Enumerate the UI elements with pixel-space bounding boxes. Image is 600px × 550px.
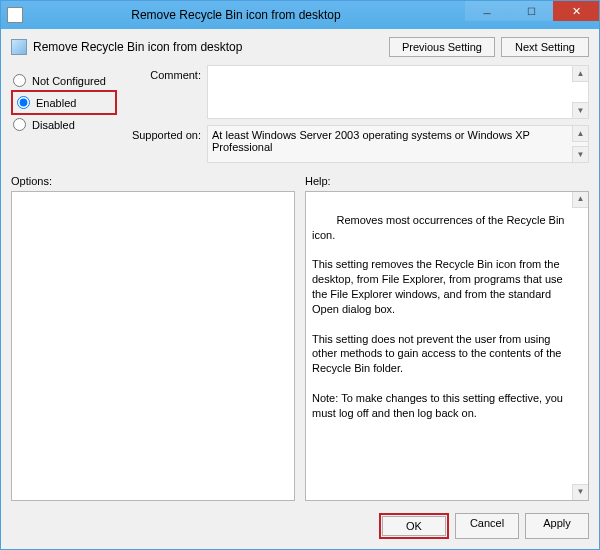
help-column: Help: Removes most occurrences of the Re…: [305, 175, 589, 501]
policy-name: Remove Recycle Bin icon from desktop: [33, 40, 242, 54]
close-button[interactable]: [553, 1, 599, 21]
supported-label: Supported on:: [125, 125, 201, 163]
supported-row: Supported on: At least Windows Server 20…: [125, 125, 589, 163]
radio-not-configured[interactable]: Not Configured: [11, 71, 117, 90]
radio-not-configured-label: Not Configured: [32, 75, 106, 87]
minimize-button[interactable]: [465, 1, 509, 21]
apply-button[interactable]: Apply: [525, 513, 589, 539]
help-panel[interactable]: Removes most occurrences of the Recycle …: [305, 191, 589, 501]
previous-setting-button[interactable]: Previous Setting: [389, 37, 495, 57]
comment-textarea[interactable]: [207, 65, 589, 119]
scroll-up-icon[interactable]: [572, 66, 588, 82]
titlebar[interactable]: Remove Recycle Bin icon from desktop: [1, 1, 599, 29]
scroll-up-icon[interactable]: [572, 192, 588, 208]
window-title: Remove Recycle Bin icon from desktop: [7, 8, 465, 22]
help-label: Help:: [305, 175, 589, 187]
upper-section: Not Configured Enabled Disabled Comment:: [1, 63, 599, 163]
comment-row: Comment:: [125, 65, 589, 119]
labeled-fields: Comment: Supported on: At least Windows …: [125, 65, 589, 163]
options-label: Options:: [11, 175, 295, 187]
policy-dialog: Remove Recycle Bin icon from desktop Rem…: [0, 0, 600, 550]
options-panel[interactable]: [11, 191, 295, 501]
scroll-down-icon[interactable]: [572, 484, 588, 500]
radio-disabled-input[interactable]: [13, 118, 26, 131]
radio-enabled-label: Enabled: [36, 97, 76, 109]
window-controls: [465, 1, 599, 29]
maximize-button[interactable]: [509, 1, 553, 21]
radio-enabled-input[interactable]: [17, 96, 30, 109]
options-column: Options:: [11, 175, 295, 501]
radio-disabled[interactable]: Disabled: [11, 115, 117, 134]
next-setting-button[interactable]: Next Setting: [501, 37, 589, 57]
scroll-up-icon[interactable]: [572, 126, 588, 142]
supported-textarea: At least Windows Server 2003 operating s…: [207, 125, 589, 163]
radio-not-configured-input[interactable]: [13, 74, 26, 87]
policy-icon: [11, 39, 27, 55]
highlight-ok: OK: [379, 513, 449, 539]
scroll-down-icon[interactable]: [572, 146, 588, 162]
radio-enabled[interactable]: Enabled: [15, 93, 113, 112]
cancel-button[interactable]: Cancel: [455, 513, 519, 539]
help-text: Removes most occurrences of the Recycle …: [312, 214, 568, 419]
ok-button[interactable]: OK: [382, 516, 446, 536]
radio-disabled-label: Disabled: [32, 119, 75, 131]
supported-value: At least Windows Server 2003 operating s…: [212, 129, 530, 153]
header-row: Remove Recycle Bin icon from desktop Pre…: [1, 29, 599, 63]
highlight-enabled: Enabled: [11, 90, 117, 115]
comment-label: Comment:: [125, 65, 201, 119]
footer: OK Cancel Apply: [1, 505, 599, 549]
state-radio-group: Not Configured Enabled Disabled: [11, 65, 117, 163]
lower-section: Options: Help: Removes most occurrences …: [1, 163, 599, 505]
scroll-down-icon[interactable]: [572, 102, 588, 118]
